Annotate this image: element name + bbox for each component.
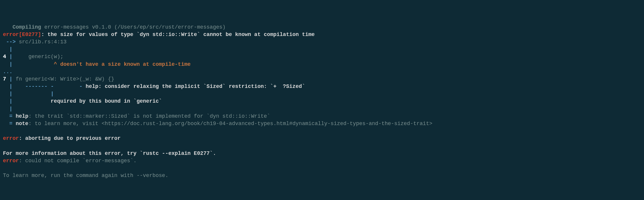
note-label: note [16, 121, 28, 127]
line-number: 4 [3, 54, 6, 60]
help-message: help: consider relaxing the implicit `Si… [82, 83, 305, 89]
gutter-bar: | [6, 76, 13, 82]
compiling-label: Compiling [3, 24, 41, 30]
source-location: src/lib.rs:4:13 [16, 39, 67, 45]
error-label: error [3, 158, 19, 164]
gutter-bar: | [6, 54, 13, 60]
gutter: | [3, 98, 12, 104]
note-text: : to learn more, visit <https://doc.rust… [28, 121, 432, 127]
spacing [12, 98, 51, 104]
help-label: help [16, 113, 28, 119]
error-message: : the size for values of type `dyn std::… [41, 32, 315, 37]
help-text: : the trait `std::marker::Sized` is not … [28, 113, 270, 119]
code-line: fn generic<W: Write>(_w: &W) {} [12, 76, 114, 82]
dots: ... [3, 69, 12, 75]
bracket-close: ] [38, 32, 41, 37]
error-code: E0277 [22, 32, 38, 37]
spacing [12, 91, 51, 97]
arrow-icon: --> [3, 39, 16, 45]
dash: - [79, 83, 82, 89]
eq-prefix: = [3, 113, 16, 119]
error-label: error [3, 32, 19, 37]
bracket-open: [ [19, 32, 22, 37]
terminal-output: Compiling error-messages v0.1.0 (/Users/… [3, 24, 641, 180]
gutter: | [3, 61, 12, 67]
error-label: error [3, 135, 19, 141]
caret-message: ^ doesn't have a size known at compile-t… [54, 61, 191, 67]
gutter: | [3, 91, 12, 97]
dashes: ------- - [12, 83, 79, 89]
spacing [12, 61, 54, 67]
gutter: | [3, 83, 12, 89]
pipe-icon: | [51, 91, 54, 97]
gutter: | [3, 46, 12, 52]
required-message: required by this bound in `generic` [51, 98, 162, 104]
code-line: generic(w); [12, 54, 63, 60]
could-not-compile: : could not compile `error-messages`. [19, 158, 137, 164]
more-info: For more information about this error, t… [3, 150, 216, 156]
compiling-text: error-messages v0.1.0 (/Users/ep/src/rus… [41, 24, 226, 30]
line-number: 7 [3, 76, 6, 82]
abort-message: : aborting due to previous error [19, 135, 121, 141]
gutter: | [3, 106, 12, 112]
eq-prefix: = [3, 121, 16, 127]
learn-more: To learn more, run the command again wit… [3, 173, 168, 178]
